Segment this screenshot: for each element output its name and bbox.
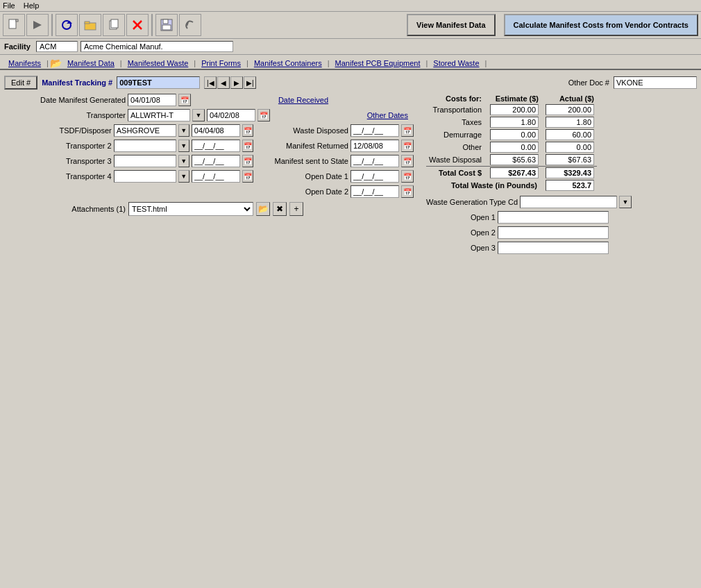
transporter4-input[interactable]	[114, 170, 176, 183]
manifest-returned-cal[interactable]: 📅	[401, 140, 414, 152]
tsdf-label: TSDF/Disposer	[4, 126, 112, 135]
tab-manifest-data[interactable]: Manifest Data	[63, 58, 119, 69]
transportation-estimate[interactable]	[490, 104, 539, 115]
facility-code-input[interactable]	[36, 41, 78, 52]
transporter3-date[interactable]	[192, 155, 240, 167]
edit-button[interactable]: Edit #	[4, 76, 37, 90]
open1-label: Open 1	[426, 213, 496, 221]
transporter-dropdown[interactable]: ▼	[192, 109, 205, 121]
open2-input[interactable]	[498, 226, 609, 239]
attachments-add-btn[interactable]: +	[289, 202, 303, 216]
other-doc-input[interactable]	[614, 76, 697, 89]
waste-gen-label: Waste Generation Type Cd	[426, 198, 518, 206]
toolbar-btn-undo[interactable]	[179, 14, 201, 36]
attachments-label: Attachments (1)	[4, 205, 126, 213]
tab-manifest-pcb[interactable]: Manifest PCB Equipment	[331, 58, 425, 69]
transporter4-dropdown[interactable]: ▼	[178, 170, 189, 183]
nav-prev-btn[interactable]: ◀	[217, 76, 230, 89]
open-date2-cal[interactable]: 📅	[401, 185, 414, 198]
transporter3-input[interactable]	[114, 155, 176, 167]
tsdf-input[interactable]	[114, 124, 176, 137]
transporter4-date[interactable]	[192, 170, 240, 183]
tsdf-dropdown[interactable]: ▼	[178, 124, 189, 137]
toolbar-btn-save[interactable]	[155, 14, 178, 36]
waste-gen-dropdown[interactable]: ▼	[619, 196, 632, 208]
waste-gen-input[interactable]	[520, 196, 617, 208]
attachments-open-btn[interactable]: 📂	[256, 202, 270, 216]
transportation-actual[interactable]	[546, 104, 594, 115]
tab-print-forms[interactable]: Print Forms	[197, 58, 245, 69]
transporter-cal[interactable]: 📅	[257, 109, 270, 121]
calc-manifest-btn[interactable]: Calculate Manifest Costs from Vendor Con…	[504, 14, 698, 36]
waste-disposed-input[interactable]	[350, 124, 399, 137]
waste-disposed-label: Waste Disposed	[265, 126, 348, 135]
cost-row-taxes: Taxes	[426, 116, 597, 128]
nav-next-btn[interactable]: ▶	[230, 76, 243, 89]
date-manifest-cal[interactable]: 📅	[178, 94, 191, 106]
taxes-estimate[interactable]	[490, 117, 539, 128]
total-waste-value[interactable]	[546, 180, 594, 191]
open-date2-label: Open Date 2	[265, 187, 348, 196]
costs-for-label: Costs for:	[426, 94, 486, 103]
demurrage-estimate[interactable]	[490, 129, 539, 140]
transportation-label: Transportation	[426, 103, 486, 116]
open2-label: Open 2	[426, 228, 496, 237]
toolbar-btn-copy[interactable]	[103, 14, 125, 36]
other-estimate[interactable]	[490, 142, 539, 153]
open1-input[interactable]	[498, 211, 609, 224]
other-dates-label[interactable]: Other Dates	[367, 111, 408, 119]
toolbar-btn-folder[interactable]	[79, 14, 101, 36]
transporter2-input[interactable]	[114, 140, 176, 152]
toolbar-btn-delete[interactable]	[126, 14, 149, 36]
open3-input[interactable]	[498, 242, 609, 254]
nav-first-btn[interactable]: |◀	[204, 76, 217, 89]
toolbar-btn-1[interactable]	[3, 14, 25, 36]
open-date1-input[interactable]	[350, 170, 399, 183]
nav-buttons: |◀ ◀ ▶ ▶|	[204, 76, 256, 89]
transporter2-date[interactable]	[192, 140, 240, 152]
facility-name-input[interactable]	[81, 41, 233, 52]
transporter-date[interactable]	[207, 109, 255, 121]
menu-help[interactable]: Help	[24, 1, 40, 10]
cost-row-demurrage: Demurrage	[426, 128, 597, 141]
waste-disposal-actual[interactable]	[546, 154, 594, 165]
transporter2-dropdown[interactable]: ▼	[178, 140, 189, 152]
nav-last-btn[interactable]: ▶|	[244, 76, 256, 89]
other-actual[interactable]	[546, 142, 594, 153]
transporter-input[interactable]	[128, 109, 190, 121]
manifest-returned-input[interactable]	[350, 140, 399, 152]
manifest-tracking-input[interactable]	[117, 76, 200, 89]
main-content: Edit # Manifest Tracking # |◀ ◀ ▶ ▶| Oth…	[0, 70, 701, 260]
open-date2-input[interactable]	[350, 185, 399, 198]
tab-manifested-waste[interactable]: Manifested Waste	[124, 58, 193, 69]
toolbar-btn-2[interactable]	[26, 14, 49, 36]
transporter4-cal[interactable]: 📅	[242, 170, 253, 183]
date-received-label[interactable]: Date Received	[278, 96, 328, 104]
open-date1-cal[interactable]: 📅	[401, 170, 414, 183]
transporter2-label: Transporter 2	[4, 142, 112, 150]
taxes-actual[interactable]	[546, 117, 594, 128]
menu-file[interactable]: File	[3, 1, 15, 10]
tab-manifest-containers[interactable]: Manifest Containers	[250, 58, 326, 69]
date-manifest-input[interactable]	[128, 94, 176, 106]
attachments-remove-btn[interactable]: ✖	[273, 202, 287, 216]
demurrage-actual[interactable]	[546, 129, 594, 140]
transporter3-cal[interactable]: 📅	[242, 155, 253, 167]
transporter3-dropdown[interactable]: ▼	[178, 155, 189, 167]
total-cost-actual[interactable]	[546, 167, 594, 178]
total-cost-estimate[interactable]	[490, 167, 539, 178]
view-manifest-btn[interactable]: View Manifest Data	[407, 14, 495, 36]
manifest-state-cal[interactable]: 📅	[401, 155, 414, 167]
manifest-state-input[interactable]	[350, 155, 399, 167]
facility-bar: Facility	[0, 39, 701, 55]
transporter2-cal[interactable]: 📅	[242, 140, 253, 152]
toolbar-btn-refresh[interactable]	[56, 14, 78, 36]
tsdf-cal[interactable]: 📅	[242, 124, 253, 137]
tab-stored-waste[interactable]: Stored Waste	[429, 58, 483, 69]
tsdf-date[interactable]	[192, 124, 240, 137]
tab-manifests[interactable]: Manifests	[4, 58, 45, 69]
waste-disposed-cal[interactable]: 📅	[401, 124, 414, 137]
waste-disposal-estimate[interactable]	[490, 154, 539, 165]
toolbar-separator-2	[151, 14, 153, 36]
attachments-select[interactable]: TEST.html	[128, 202, 253, 216]
